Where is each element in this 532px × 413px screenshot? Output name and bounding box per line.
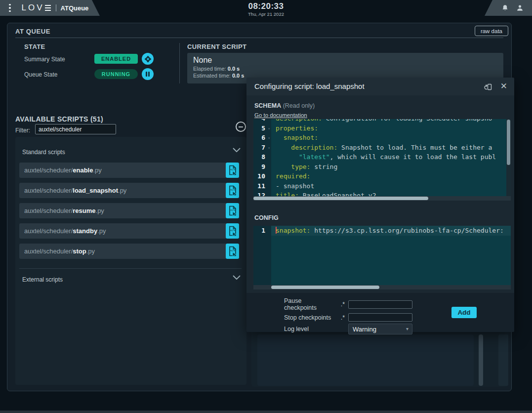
scrollbar-track[interactable]	[498, 334, 508, 386]
schema-line-numbers: 45▾6▾7▾89101112	[253, 119, 271, 201]
collapse-button[interactable]	[236, 122, 246, 132]
script-list-item[interactable]: auxtel/scheduler/resume.py</>	[19, 203, 239, 218]
log-level-select[interactable]: Warning ▾	[348, 324, 412, 334]
launch-script-button[interactable]: </>	[226, 244, 239, 259]
logo-e-bars-icon	[45, 5, 51, 11]
svg-text:</>: </>	[230, 229, 236, 232]
config-editor[interactable]: 1 snapshot: https://s3.cp.lsst.org/rubin…	[253, 226, 511, 289]
section-divider	[179, 43, 180, 83]
scripts-divider	[19, 268, 242, 269]
current-script-heading: CURRENT SCRIPT	[187, 43, 246, 50]
config-horizontal-scrollbar[interactable]	[253, 285, 511, 289]
svg-text:</>: </>	[230, 168, 236, 171]
resize-modal-button[interactable]	[484, 83, 493, 92]
panel-title-underline	[15, 38, 503, 38]
close-icon[interactable]: ✕	[500, 81, 507, 91]
elapsed-value: 0.0 s	[228, 66, 240, 72]
notifications-bell-icon[interactable]	[501, 4, 509, 12]
app-tab: LOV ATQueue	[0, 0, 100, 16]
topbar-actions	[485, 0, 532, 16]
queue-state-label: Queue State	[24, 71, 57, 78]
log-level-label: Log level	[284, 326, 331, 332]
script-path: auxtel/scheduler/standby.py	[19, 223, 226, 239]
config-code: snapshot: https://s3.cp.lsst.org/rubinob…	[271, 226, 511, 289]
stop-checkpoints-input[interactable]	[348, 313, 412, 322]
clock: 08:20:33 Thu, Apr 21 2022	[248, 1, 284, 17]
config-heading: CONFIG	[254, 214, 279, 221]
footer-bar	[0, 411, 532, 413]
script-list-item[interactable]: auxtel/scheduler/load_snapshot.py</>	[19, 183, 239, 198]
summary-state-config-button[interactable]	[142, 53, 154, 65]
filter-label: Filter:	[15, 127, 30, 134]
script-list-item[interactable]: auxtel/scheduler/enable.py</>	[19, 163, 239, 178]
user-icon[interactable]	[516, 4, 524, 12]
top-bar: LOV ATQueue 08:20:33 Thu, Apr 21 2022	[0, 0, 532, 16]
svg-text:</>: </>	[230, 249, 236, 252]
background-subpanel	[257, 334, 474, 386]
love-logo: LOV	[22, 3, 51, 13]
chevron-down-icon[interactable]	[233, 148, 241, 152]
pause-checkpoints-label: Pause checkpoints	[284, 297, 331, 311]
configure-script-modal: Configuring script: load_snapshot ✕ SCHE…	[246, 78, 514, 332]
launch-script-icon: </>	[228, 246, 237, 256]
dropdown-arrow-icon: ▾	[406, 326, 409, 331]
raw-data-button[interactable]: raw data	[475, 26, 508, 36]
launch-script-icon: </>	[228, 206, 237, 216]
script-list-item[interactable]: auxtel/scheduler/standby.py</>	[19, 223, 239, 239]
standard-scripts-toggle[interactable]: Standard scripts	[22, 149, 65, 156]
chevron-down-icon[interactable]	[233, 275, 241, 280]
launch-script-icon: </>	[228, 185, 237, 196]
panel-title: AT QUEUE	[15, 28, 50, 35]
schema-code: description: Configuration for loading S…	[271, 119, 511, 201]
logo-divider	[56, 4, 56, 11]
resize-icon	[484, 83, 493, 91]
schema-editor[interactable]: 45▾6▾7▾89101112 description: Configurati…	[253, 119, 511, 201]
vertical-scrollbar[interactable]	[479, 334, 483, 386]
estimated-value: 0.0 s	[232, 73, 244, 79]
menu-icon[interactable]	[7, 2, 13, 14]
script-config-form: Pause checkpoints .* Stop checkpoints .*…	[246, 293, 514, 332]
schema-readonly-label: (Read only)	[283, 102, 315, 109]
queue-state-badge: RUNNING	[94, 69, 138, 79]
modal-title: Configuring script: load_snapshot	[254, 82, 365, 90]
script-list-item[interactable]: auxtel/scheduler/stop.py</>	[19, 244, 239, 259]
schema-horizontal-scrollbar[interactable]	[253, 196, 511, 201]
script-path: auxtel/scheduler/stop.py	[19, 244, 226, 259]
pause-checkpoints-hint: .*	[335, 301, 345, 308]
log-level-value: Warning	[353, 326, 376, 333]
available-scripts-heading: AVAILABLE SCRIPTS (51)	[15, 115, 103, 123]
svg-text:</>: </>	[230, 208, 236, 211]
script-path: auxtel/scheduler/resume.py	[19, 203, 226, 218]
scripts-panel: Standard scripts auxtel/scheduler/enable…	[15, 137, 246, 385]
clock-date: Thu, Apr 21 2022	[248, 11, 284, 17]
current-script-name: None	[193, 56, 497, 65]
documentation-link[interactable]: Go to documentation	[254, 112, 307, 118]
external-scripts-toggle[interactable]: External scripts	[22, 276, 63, 283]
stop-checkpoints-hint: .*	[335, 314, 345, 321]
summary-state-label: Summary State	[24, 56, 65, 63]
launch-script-icon: </>	[228, 226, 237, 236]
pause-checkpoints-input[interactable]	[348, 300, 412, 309]
svg-text:</>: </>	[230, 188, 236, 191]
config-line-numbers: 1	[253, 226, 271, 289]
summary-state-badge: ENABLED	[94, 54, 138, 64]
launch-script-button[interactable]: </>	[226, 183, 239, 198]
gear-icon	[144, 55, 152, 63]
pause-queue-button[interactable]	[142, 68, 154, 80]
launch-script-icon: </>	[228, 165, 237, 175]
stop-checkpoints-label: Stop checkpoints	[284, 314, 331, 321]
schema-vertical-scrollbar[interactable]	[506, 119, 511, 196]
launch-script-button[interactable]: </>	[226, 163, 239, 178]
clock-time: 08:20:33	[248, 1, 284, 11]
launch-script-button[interactable]: </>	[226, 203, 239, 218]
script-path: auxtel/scheduler/enable.py	[19, 163, 226, 178]
launch-script-button[interactable]: </>	[226, 223, 239, 239]
filter-input[interactable]	[35, 124, 116, 134]
pause-icon	[146, 72, 150, 77]
state-heading: STATE	[24, 43, 45, 50]
standard-scripts-list: auxtel/scheduler/enable.py</>auxtel/sche…	[19, 163, 239, 264]
elapsed-label: Elapsed time:	[193, 66, 226, 72]
minus-icon	[239, 126, 243, 127]
add-button[interactable]: Add	[451, 307, 477, 318]
app-name: ATQueue	[61, 4, 89, 12]
